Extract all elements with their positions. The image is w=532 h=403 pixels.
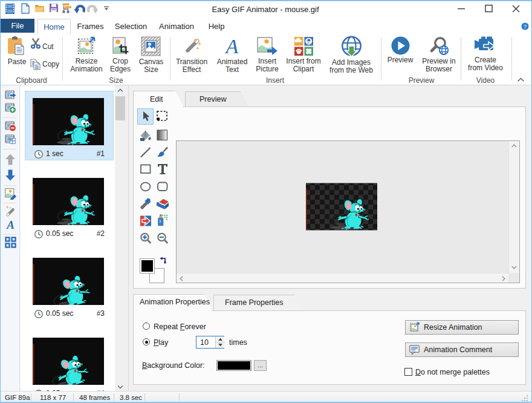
svg-text:A: A (6, 219, 15, 231)
svg-text:?: ? (524, 24, 527, 30)
svg-text:A: A (225, 36, 239, 57)
